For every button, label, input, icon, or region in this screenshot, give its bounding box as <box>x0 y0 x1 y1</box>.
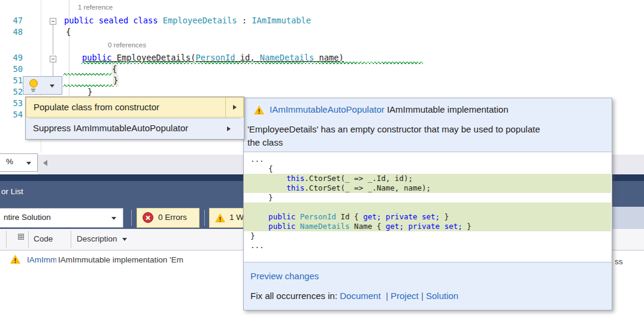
code-token: ... <box>250 241 264 250</box>
errors-count-label: 0 Errors <box>158 213 187 222</box>
code-line-50[interactable]: { <box>111 64 117 75</box>
fold-collapse-icon[interactable] <box>50 18 56 25</box>
lightbulb-base <box>32 90 35 92</box>
preview-code-line-added: public NameDetails Name { get; private s… <box>244 222 611 231</box>
menu-item-populate-class[interactable]: Populate class from constructor <box>26 97 244 117</box>
chevron-right-icon <box>227 126 231 131</box>
code-token: private set; <box>408 222 462 231</box>
line-number: 52 <box>7 86 23 98</box>
pipe-separator: | <box>421 291 424 301</box>
menu-item-label: Suppress IAmImmutableAutoPopulator <box>33 123 188 133</box>
filter-chevron-icon[interactable] <box>122 238 127 241</box>
code-token: this <box>286 174 304 183</box>
code-token: } <box>250 193 273 202</box>
code-token: PersonId <box>300 212 336 221</box>
code-token: } <box>462 222 471 231</box>
pipe-separator: | <box>386 291 388 301</box>
column-header-description[interactable]: Description <box>77 234 117 243</box>
fix-solution-link[interactable]: Solution <box>426 291 458 301</box>
severity-column-grid-icon[interactable] <box>18 234 24 240</box>
lightbulb-icon <box>29 79 38 87</box>
preview-code-line: } <box>244 231 611 241</box>
rule-id-link[interactable]: IAmImmutableAutoPopulator <box>270 104 385 114</box>
scope-filter-value: ntire Solution <box>4 213 51 222</box>
zoom-dropdown[interactable]: % <box>0 153 38 172</box>
fix-project-link[interactable]: Project <box>391 291 419 301</box>
line-number: 48 <box>7 26 23 38</box>
fix-document-link[interactable]: Document <box>340 291 380 301</box>
code-token: } <box>113 76 118 85</box>
column-header-code[interactable]: Code <box>34 234 53 243</box>
codelens-references[interactable]: 0 references <box>108 41 146 49</box>
code-token: { <box>66 27 71 37</box>
line-number: 54 <box>7 109 23 120</box>
scrollbar-left-arrow-icon[interactable] <box>43 160 47 166</box>
code-token: NameDetails <box>300 222 350 231</box>
fold-collapse-icon[interactable] <box>50 56 56 62</box>
code-token: get; <box>386 222 404 231</box>
column-separator[interactable] <box>6 231 7 248</box>
toolbar-separator <box>204 210 205 226</box>
chevron-down-icon <box>26 162 31 165</box>
code-token: NameDetails <box>260 53 315 62</box>
vs-ide-window: 47 48 49 50 51 52 53 54 1 reference 0 re… <box>0 0 644 329</box>
code-token: public sealed class <box>64 16 163 25</box>
preview-code-line-added <box>244 203 611 212</box>
popup-footer: Preview changes Fix all occurrences in: … <box>244 262 612 310</box>
line-number: 53 <box>7 98 23 109</box>
code-token: { <box>250 164 273 173</box>
line-number: 47 <box>7 15 23 26</box>
menu-item-suppress[interactable]: Suppress IAmImmutableAutoPopulator <box>26 119 244 139</box>
code-token <box>250 174 286 183</box>
column-separator[interactable] <box>28 231 29 248</box>
preview-code-line: ... <box>244 241 611 250</box>
warnings-count-label: 1 W <box>229 213 244 222</box>
code-line-47[interactable]: public sealed class EmployeeDetails : IA… <box>64 15 311 26</box>
code-token: PersonId <box>196 53 235 62</box>
popup-message-line3: the class <box>247 137 283 147</box>
code-token: EmployeeDetails <box>163 16 237 25</box>
code-token: ... <box>250 155 264 164</box>
lightbulb-button[interactable] <box>23 76 62 95</box>
code-token: IAmImmutable <box>252 16 311 25</box>
code-token: } <box>87 87 92 96</box>
code-token: .CtorSet(_ => _.Name, name); <box>304 183 431 192</box>
code-token: Id { <box>336 212 363 221</box>
errors-toggle-button[interactable]: 0 Errors <box>137 208 199 228</box>
code-token <box>381 212 386 221</box>
fix-all-label: Fix all occurrences in: <box>250 291 337 301</box>
popup-message-part1: IAmImmutable implementation <box>387 104 509 114</box>
quick-actions-menu: Populate class from constructor Suppress… <box>25 96 244 140</box>
preview-changes-link[interactable]: Preview changes <box>250 271 319 281</box>
code-token: } <box>250 231 255 240</box>
warning-triangle-icon <box>254 105 264 114</box>
submenu-arrow-box[interactable] <box>225 98 243 117</box>
code-line-48[interactable]: { <box>66 26 71 38</box>
code-line-49[interactable]: public EmployeeDetails(PersonId id, Name… <box>82 52 344 64</box>
code-token: .CtorSet(_ => _.Id, id); <box>304 174 413 183</box>
line-number: 49 <box>7 52 23 64</box>
code-token: : <box>237 16 252 25</box>
preview-code-line-added: public PersonId Id { get; private set; } <box>244 212 611 222</box>
code-token: get; <box>363 212 381 221</box>
column-separator[interactable] <box>71 231 71 248</box>
panel-title: or List <box>1 187 23 196</box>
warning-triangle-icon <box>215 213 225 222</box>
code-token: { <box>112 64 117 74</box>
preview-code-line: ... <box>244 155 611 164</box>
fix-all-line: Fix all occurrences in: Document | Proje… <box>250 291 458 301</box>
code-token: } <box>440 212 449 221</box>
scope-filter-dropdown[interactable]: ntire Solution <box>0 208 123 228</box>
codelens-references[interactable]: 1 reference <box>78 4 113 11</box>
analyzer-preview-popup: IAmImmutableAutoPopulator IAmImmutable i… <box>243 98 612 310</box>
preview-code-line: { <box>244 164 611 174</box>
code-line-51[interactable]: } <box>113 75 119 86</box>
row-code: IAmImmu <box>27 255 56 264</box>
preview-code-line-added: this.CtorSet(_ => _.Name, name); <box>244 183 611 193</box>
line-number: 50 <box>7 64 23 75</box>
line-number: 51 <box>7 75 23 86</box>
code-token: this <box>286 183 304 192</box>
chevron-down-icon <box>50 84 55 87</box>
popup-title-line: IAmImmutableAutoPopulator IAmImmutable i… <box>270 104 509 114</box>
code-token: id, <box>235 53 259 62</box>
